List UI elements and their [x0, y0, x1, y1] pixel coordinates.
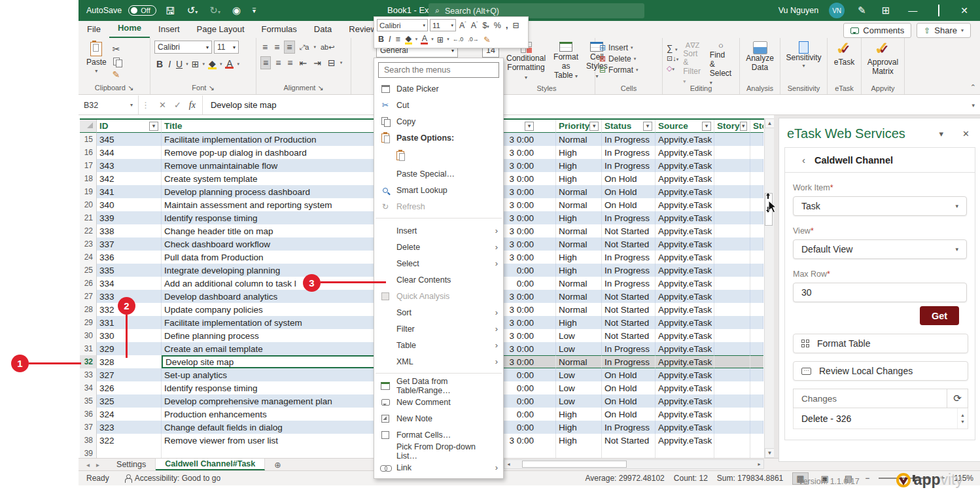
paste-button[interactable]: Paste▾ — [82, 41, 111, 80]
cell[interactable]: 339 — [97, 211, 162, 224]
cell[interactable]: In Progress — [602, 146, 656, 159]
align-center-icon[interactable]: ≡ — [273, 57, 283, 69]
align-bottom-icon[interactable]: ≡ — [284, 41, 294, 54]
zoom-out-icon[interactable]: − — [865, 474, 869, 483]
cell[interactable]: High — [556, 172, 602, 185]
align-top-icon[interactable]: ≡ — [260, 41, 270, 53]
fill-color-icon[interactable]: ◆ — [206, 58, 219, 70]
cell[interactable]: High — [556, 251, 602, 264]
cell[interactable]: Normal — [556, 133, 602, 146]
select-all-corner[interactable] — [80, 120, 97, 133]
cell[interactable]: In Progress — [602, 277, 656, 290]
cell[interactable] — [714, 133, 750, 146]
row-number[interactable]: 38 — [80, 434, 97, 447]
filter-dropdown-icon[interactable]: ▾ — [702, 122, 711, 131]
menu-item-paste-options[interactable]: Paste Options: — [374, 130, 503, 146]
cell[interactable]: Appvity.eTask — [656, 211, 714, 224]
cell[interactable] — [714, 251, 750, 264]
column-header-story[interactable]: Story▾ — [714, 120, 750, 133]
filter-dropdown-icon[interactable]: ▾ — [589, 122, 599, 131]
cell[interactable] — [750, 394, 763, 408]
cell[interactable]: Normal — [556, 185, 602, 198]
cell[interactable]: Not Started — [602, 329, 656, 342]
cell[interactable]: Not Started — [602, 237, 656, 251]
row-number[interactable]: 35 — [80, 394, 97, 408]
menu-item-pick-from-drop-down-list[interactable]: Pick From Drop-down List… — [374, 443, 503, 459]
cell[interactable] — [750, 316, 763, 329]
cell[interactable]: Appvity.eTask — [656, 237, 714, 251]
cell[interactable]: Appvity.eTask — [656, 408, 714, 421]
cell[interactable] — [750, 172, 763, 185]
get-button[interactable]: Get — [920, 306, 959, 325]
cell[interactable]: Normal — [556, 303, 602, 316]
cell[interactable]: 337 — [97, 237, 162, 251]
filter-dropdown-icon[interactable]: ▾ — [525, 122, 534, 131]
cell[interactable]: In Progress — [602, 421, 656, 434]
cell[interactable]: 341 — [97, 185, 162, 198]
cell[interactable] — [714, 421, 750, 434]
etask-button[interactable]: ✓✓ eTask — [831, 41, 857, 68]
cell[interactable]: 324 — [97, 408, 162, 421]
cell[interactable]: Appvity.eTask — [656, 224, 714, 237]
cell[interactable]: Appvity.eTask — [656, 290, 714, 303]
cell[interactable]: Appvity.eTask — [656, 355, 714, 368]
fill-icon[interactable]: ⊡↓▾ — [667, 54, 678, 63]
borders-icon[interactable]: ⊞ — [190, 58, 201, 70]
row-number[interactable]: 39 — [80, 447, 97, 458]
cell[interactable]: Low — [556, 368, 602, 381]
cell[interactable] — [750, 368, 763, 381]
menu-item-date-picker[interactable]: Date Picker — [374, 80, 503, 97]
row-number[interactable]: 34 — [80, 381, 97, 394]
max-row-input[interactable]: 30 — [793, 283, 967, 302]
ribbon-display-options-icon[interactable]: ⊞ — [879, 5, 893, 16]
cell[interactable]: Appvity.eTask — [656, 342, 714, 355]
cell[interactable]: 322 — [97, 434, 162, 447]
cell[interactable]: Not Started — [602, 290, 656, 303]
hscroll-right-icon[interactable]: ▸ — [755, 461, 763, 467]
cell[interactable]: Appvity.eTask — [656, 146, 714, 159]
row-number[interactable]: 19 — [80, 185, 97, 198]
cell[interactable] — [714, 447, 750, 458]
column-header-sto[interactable]: Sto — [750, 120, 763, 133]
cell[interactable] — [714, 329, 750, 342]
cell[interactable] — [714, 264, 750, 277]
sheet-nav-left-icon[interactable]: ◂ — [86, 461, 90, 468]
minimize-button[interactable]: — — [903, 5, 922, 16]
paste-option-button[interactable] — [374, 146, 503, 166]
cell[interactable] — [714, 290, 750, 303]
font-color-icon[interactable]: A — [223, 58, 236, 69]
ribbon-tab-data[interactable]: Data — [306, 22, 340, 38]
cell[interactable] — [750, 224, 763, 237]
cell[interactable]: In Progress — [602, 133, 656, 146]
cell[interactable]: Normal — [556, 277, 602, 290]
cell[interactable]: In Progress — [602, 355, 656, 368]
sheet-nav-right-icon[interactable]: ▸ — [96, 461, 99, 468]
cell[interactable]: 338 — [97, 224, 162, 237]
cell[interactable] — [714, 277, 750, 290]
cell[interactable]: 327 — [97, 368, 162, 381]
cell[interactable] — [714, 146, 750, 159]
decrease-decimal-icon[interactable]: .0→ — [466, 36, 480, 43]
cut-icon[interactable]: ✂ — [111, 43, 122, 55]
row-number[interactable]: 25 — [80, 264, 97, 277]
mini-format-painter-icon[interactable]: ✎ — [482, 35, 491, 44]
row-number[interactable]: 26 — [80, 277, 97, 290]
avatar[interactable]: VN — [829, 3, 845, 18]
row-number[interactable]: 29 — [80, 316, 97, 329]
cell[interactable]: In Progress — [602, 159, 656, 172]
row-number[interactable]: 30 — [80, 329, 97, 342]
user-name[interactable]: Vu Nguyen — [779, 6, 818, 15]
autosum-icon[interactable]: ∑ ▾ — [667, 43, 678, 53]
cell[interactable] — [750, 290, 763, 303]
mini-align-icon[interactable]: ≡ — [394, 35, 402, 44]
align-right-icon[interactable]: ≡ — [285, 57, 294, 69]
cell[interactable]: Low — [556, 329, 602, 342]
cell[interactable]: On Hold — [602, 408, 656, 421]
cell[interactable]: High — [556, 421, 602, 434]
mini-font-size-combo[interactable]: 11▾ — [430, 19, 456, 31]
cell[interactable]: Low — [556, 381, 602, 394]
save-icon[interactable]: 🖫︎ — [163, 5, 178, 16]
cell[interactable] — [750, 421, 763, 434]
cell[interactable]: High — [556, 211, 602, 224]
cell[interactable] — [556, 447, 602, 458]
